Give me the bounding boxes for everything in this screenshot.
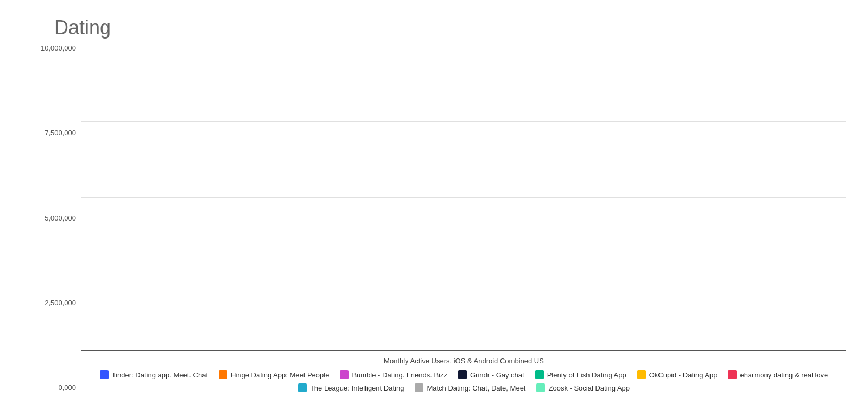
y-axis-label: 7,500,000: [45, 129, 76, 136]
legend-swatch: [728, 370, 737, 379]
legend-item: The League: Intelligent Dating: [298, 383, 404, 392]
chart-title: Dating: [54, 16, 846, 39]
legend-label: Tinder: Dating app. Meet. Chat: [112, 371, 208, 379]
legend-swatch: [100, 370, 109, 379]
legend-swatch: [340, 370, 349, 379]
legend-swatch: [298, 383, 307, 392]
legend: Tinder: Dating app. Meet. ChatHinge Dati…: [81, 368, 846, 392]
legend-item: Plenty of Fish Dating App: [535, 370, 626, 379]
legend-swatch: [219, 370, 227, 379]
legend-label: Zoosk - Social Dating App: [548, 384, 630, 392]
legend-item: Grindr - Gay chat: [458, 370, 524, 379]
chart-container: Dating 10,000,0007,500,0005,000,0002,500…: [0, 0, 868, 403]
legend-swatch: [536, 383, 545, 392]
legend-label: Grindr - Gay chat: [470, 371, 524, 379]
x-axis-line: [81, 350, 846, 351]
chart-area: 10,000,0007,500,0005,000,0002,500,0000,0…: [22, 45, 846, 392]
x-axis-label: Monthly Active Users, iOS & Android Comb…: [81, 357, 846, 365]
legend-swatch: [535, 370, 544, 379]
legend-item: OkCupid - Dating App: [637, 370, 718, 379]
bars-row: [81, 45, 846, 350]
legend-label: The League: Intelligent Dating: [310, 384, 404, 392]
y-axis-label: 5,000,000: [45, 215, 76, 222]
y-axis-label: 10,000,000: [41, 45, 76, 52]
legend-item: Zoosk - Social Dating App: [536, 383, 630, 392]
legend-item: Bumble - Dating. Friends. Bizz: [340, 370, 447, 379]
legend-item: eharmony dating & real love: [728, 370, 828, 379]
y-axis: 10,000,0007,500,0005,000,0002,500,0000,0…: [22, 45, 81, 392]
legend-label: Bumble - Dating. Friends. Bizz: [352, 371, 447, 379]
y-axis-label: 2,500,000: [45, 299, 76, 306]
grid-and-bars: [81, 45, 846, 350]
legend-swatch: [458, 370, 467, 379]
legend-label: Hinge Dating App: Meet People: [231, 371, 329, 379]
legend-label: OkCupid - Dating App: [649, 371, 718, 379]
legend-label: eharmony dating & real love: [740, 371, 828, 379]
legend-item: Hinge Dating App: Meet People: [219, 370, 329, 379]
legend-item: Tinder: Dating app. Meet. Chat: [100, 370, 208, 379]
chart-body: Monthly Active Users, iOS & Android Comb…: [81, 45, 846, 392]
legend-item: Match Dating: Chat, Date, Meet: [415, 383, 525, 392]
legend-swatch: [637, 370, 646, 379]
legend-label: Plenty of Fish Dating App: [547, 371, 626, 379]
legend-label: Match Dating: Chat, Date, Meet: [427, 384, 525, 392]
y-axis-label: 0,000: [58, 384, 76, 391]
legend-swatch: [415, 383, 423, 392]
